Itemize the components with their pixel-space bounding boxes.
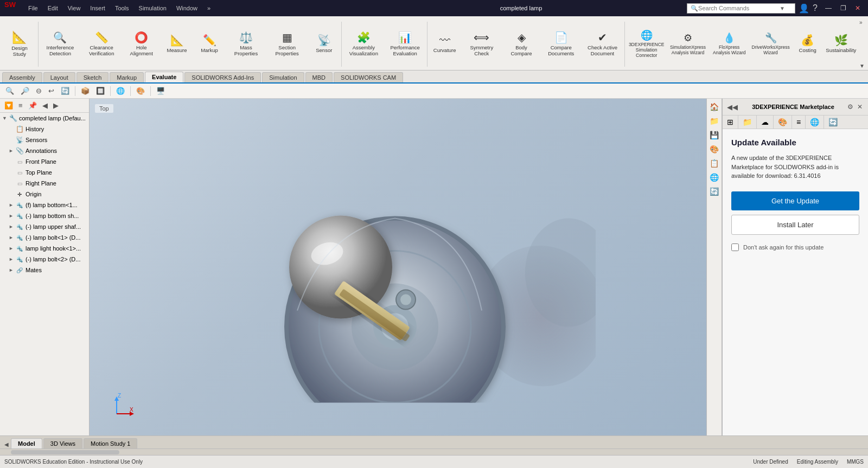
model-tab-motion-study[interactable]: Motion Study 1 [84, 438, 137, 448]
dont-ask-again-checkbox[interactable] [731, 243, 739, 251]
tab-solidworks-cam[interactable]: SOLIDWORKS CAM [334, 72, 403, 82]
tree-top-plane[interactable]: ▭ Top Plane [0, 167, 89, 178]
panel-settings-btn[interactable]: ⚙ [846, 102, 854, 112]
menu-insert[interactable]: Insert [86, 4, 110, 12]
rp-nav-list-btn[interactable]: ≡ [792, 116, 806, 129]
toolbar-measure[interactable]: 📐 Measure [161, 18, 193, 70]
view-orient-btn[interactable]: 🌐 [114, 86, 127, 96]
rp-nav-globe-btn[interactable]: 🌐 [806, 116, 824, 129]
toolbar-body-compare[interactable]: ◈ Body Compare [502, 18, 540, 70]
tree-lamp-upper-shaft[interactable]: ► 🔩 (-) lamp upper shaf... [0, 221, 89, 232]
rp-nav-folder-btn[interactable]: 📁 [738, 116, 757, 129]
toolbar-costing[interactable]: 💰 Costing [792, 18, 824, 70]
tab-assembly[interactable]: Assembly [2, 72, 42, 82]
appearance-btn[interactable]: 🎨 [134, 86, 147, 96]
list-view-btn[interactable]: ≡ [16, 100, 25, 111]
search-box[interactable]: 🔍 ▼ [687, 3, 795, 14]
tree-right-plane[interactable]: ▭ Right Plane [0, 178, 89, 189]
tree-history[interactable]: 📋 History [0, 124, 89, 134]
zoom-to-fit-btn[interactable]: 🔍 [3, 86, 16, 96]
toolbar-simulationxpress[interactable]: ⚙ SimulationXpress Analysis Wizard [667, 18, 709, 70]
pin-btn[interactable]: 📌 [26, 100, 39, 111]
menu-file[interactable]: File [24, 4, 42, 12]
toolbar-sensor[interactable]: 📡 Sensor [308, 18, 340, 70]
toolbar-symmetry-check[interactable]: ⟺ Symmetry Check [461, 18, 502, 70]
toolbar-design-study[interactable]: 📐 Design Study [2, 18, 37, 70]
menu-edit[interactable]: Edit [43, 4, 62, 12]
model-tab-model[interactable]: Model [11, 438, 42, 448]
tree-lamp-bottom-1[interactable]: ► 🔩 (f) lamp bottom<1... [0, 200, 89, 210]
rp-nav-grid-btn[interactable]: ⊞ [723, 116, 738, 129]
menu-tools[interactable]: Tools [111, 4, 133, 12]
rp-nav-palette-btn[interactable]: 🎨 [774, 116, 792, 129]
toolbar-hole-alignment[interactable]: ⭕ Hole Alignment [122, 18, 161, 70]
filter-btn[interactable]: 🔽 [2, 100, 15, 111]
toolbar-curvature[interactable]: 〰 Curvature [429, 18, 461, 70]
zoom-out-btn[interactable]: ⊖ [34, 86, 44, 96]
tree-origin[interactable]: ✛ Origin [0, 189, 89, 200]
tab-solidworks-addins[interactable]: SOLIDWORKS Add-Ins [184, 72, 261, 82]
palette-btn[interactable]: 🎨 [708, 143, 720, 155]
account-icon[interactable]: 👤 [799, 3, 809, 14]
scrollbar-thumb[interactable] [11, 450, 119, 454]
toolbar-expand-icon[interactable]: » [859, 20, 865, 25]
close-button[interactable]: ✕ [852, 3, 864, 13]
refresh-btn[interactable]: 🔄 [708, 185, 720, 197]
toolbar-sustainability[interactable]: 🌿 Sustainability [824, 18, 858, 70]
toolbar-clearance-verification[interactable]: 📏 Clearance Verification [81, 18, 122, 70]
toolbar-driveworks[interactable]: 🔧 DriveWorksXpress Wizard [750, 18, 791, 70]
globe-btn[interactable]: 🌐 [708, 171, 720, 183]
tab-layout[interactable]: Layout [43, 72, 75, 82]
display-settings-btn[interactable]: 🖥️ [154, 86, 167, 96]
select-btn[interactable]: ↩ [46, 86, 56, 96]
list-btn[interactable]: 📋 [708, 157, 720, 169]
nav-back-btn[interactable]: ◀ [40, 100, 50, 111]
tab-simulation[interactable]: Simulation [262, 72, 304, 82]
toolbar-3dexperience[interactable]: 🌐 3DEXPERIENCE Simulation Connector [626, 18, 667, 70]
nav-forward-btn[interactable]: ▶ [51, 100, 61, 111]
tab-sketch[interactable]: Sketch [76, 72, 109, 82]
toolbar-compare-documents[interactable]: 📄 Compare Documents [540, 18, 582, 70]
tab-markup[interactable]: Markup [110, 72, 144, 82]
save-btn[interactable]: 💾 [708, 129, 720, 141]
rotate-btn[interactable]: 🔄 [59, 86, 72, 96]
folder-btn[interactable]: 📁 [708, 115, 720, 127]
tree-root[interactable]: ▼ 🔧 completed lamp (Defau... [0, 113, 89, 124]
toolbar-markup[interactable]: ✏️ Markup [193, 18, 226, 70]
menu-expand[interactable]: » [203, 4, 215, 12]
toolbar-mass-properties[interactable]: ⚖️ Mass Properties [226, 18, 266, 70]
zoom-in-btn[interactable]: 🔎 [18, 86, 31, 96]
tree-lamp-bolt-2[interactable]: ► 🔩 (-) lamp bolt<2> (D... [0, 254, 89, 265]
tree-lamp-hook[interactable]: ► 🔩 lamp light hook<1>... [0, 243, 89, 254]
tree-lamp-bolt-1[interactable]: ► 🔩 (-) lamp bolt<1> (D... [0, 232, 89, 243]
toolbar-chevron-down-icon[interactable]: ▼ [859, 63, 865, 69]
tree-sensors[interactable]: 📡 Sensors [0, 134, 89, 145]
install-later-button[interactable]: Install Later [731, 215, 859, 235]
toolbar-assembly-visualization[interactable]: 🧩 Assembly Visualization [343, 18, 384, 70]
collapse-panel-btn[interactable]: ◀◀ [727, 103, 738, 111]
toolbar-floworks[interactable]: 💧 FloXpress Analysis Wizard [709, 18, 750, 70]
horizontal-scrollbar[interactable] [0, 448, 868, 455]
menu-view[interactable]: View [63, 4, 85, 12]
minimize-button[interactable]: — [822, 3, 835, 13]
panel-close-btn[interactable]: ✕ [856, 102, 864, 112]
menu-simulation[interactable]: Simulation [135, 4, 171, 12]
get-update-button[interactable]: Get the Update [731, 191, 859, 210]
maximize-button[interactable]: ❐ [837, 3, 850, 13]
toolbar-performance-evaluation[interactable]: 📊 Performance Evaluation [384, 18, 425, 70]
home-view-btn[interactable]: 🏠 [708, 101, 720, 113]
tab-evaluate[interactable]: Evaluate [145, 72, 183, 82]
scroll-left-btn[interactable]: ◀ [2, 440, 11, 448]
display-box-btn[interactable]: 📦 [79, 86, 92, 96]
tree-lamp-bottom-sh[interactable]: ► 🔩 (-) lamp bottom sh... [0, 210, 89, 221]
tree-mates[interactable]: ► 🔗 Mates [0, 265, 89, 275]
viewport[interactable]: Top [90, 99, 722, 435]
tree-front-plane[interactable]: ▭ Front Plane [0, 156, 89, 167]
toolbar-check-active-document[interactable]: ✔ Check Active Document [582, 18, 623, 70]
rp-nav-cloud-btn[interactable]: ☁ [757, 116, 774, 129]
model-tab-3dviews[interactable]: 3D Views [43, 438, 82, 448]
rp-nav-refresh-btn[interactable]: 🔄 [824, 116, 842, 129]
tab-mbd[interactable]: MBD [305, 72, 333, 82]
toolbar-section-properties[interactable]: ▦ Section Properties [266, 18, 308, 70]
search-dropdown-icon[interactable]: ▼ [780, 5, 785, 11]
